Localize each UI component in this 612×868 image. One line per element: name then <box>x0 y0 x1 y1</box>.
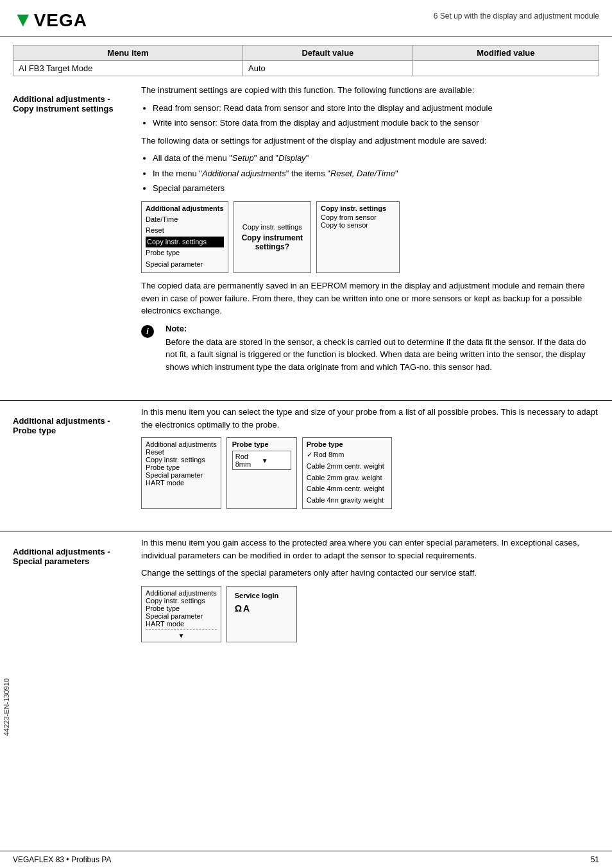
section3-left: Additional adjustments - Special paramet… <box>13 537 138 659</box>
note-icon: i <box>141 324 159 347</box>
modified-value-cell <box>412 61 599 76</box>
menu-item-special: Special parameter <box>146 471 217 479</box>
menu-item-adjuster: Additional adjustments <box>146 589 217 597</box>
list-item: Special parameters <box>153 182 599 195</box>
list-item: All data of the menu "Setup" and "Displa… <box>153 152 599 165</box>
page-header: ▼VEGA 6 Set up with the display and adju… <box>0 0 612 37</box>
menu-item-special: Special parameter <box>146 259 224 271</box>
section2-title: Additional adjustments - Probe type <box>13 416 132 435</box>
service-login-title: Service login <box>235 592 289 599</box>
note-content: Note: Before the data are stored in the … <box>166 324 599 379</box>
menu-item-copy: Copy instr. settings <box>146 237 224 248</box>
dropdown-arrow-icon: ▼ <box>262 457 288 464</box>
mockup-menu-left: Additional adjustments Date/Time Reset C… <box>141 201 228 274</box>
section2-left: Additional adjustments - Probe type <box>13 406 138 526</box>
chapter-title: 6 Set up with the display and adjustment… <box>434 8 599 21</box>
note-title: Note: <box>166 324 599 333</box>
table-row: AI FB3 Target Mode Auto <box>13 61 599 76</box>
note-text: Before the data are stored in the sensor… <box>166 336 599 374</box>
col-default-value: Default value <box>242 46 412 61</box>
probe-dropdown: Rod 8mm ▼ <box>232 451 291 470</box>
menu-table: Menu item Default value Modified value A… <box>13 45 599 76</box>
page-number: 51 <box>591 855 599 864</box>
menu-item-hart: HART mode <box>146 620 217 628</box>
section3-para1: In this menu item you gain access to the… <box>141 537 599 562</box>
section1-title: Additional adjustments - Copy instrument… <box>13 94 132 113</box>
menu-item-probe: Probe type <box>146 463 217 471</box>
menu-item-cell: AI FB3 Target Mode <box>13 61 243 76</box>
section1-intro: The instrument settings are copied with … <box>141 84 599 97</box>
section1-left: Additional adjustments - Copy instrument… <box>13 84 138 395</box>
menu-item-probe: Probe type <box>146 605 217 612</box>
copy-settings-mockup: Additional adjustments Date/Time Reset C… <box>141 201 599 274</box>
info-icon: i <box>141 325 154 338</box>
mockup-right: Copy instr. settings Copy from sensor Co… <box>316 201 400 274</box>
menu-item-datetime: Date/Time <box>146 214 224 226</box>
list-item: Read from sensor: Read data from sensor … <box>153 102 599 115</box>
logo: ▼VEGA <box>13 8 87 31</box>
menu-item-reset: Reset <box>146 225 224 237</box>
section1-para3: The copied data are permanently saved in… <box>141 280 599 317</box>
menu-arrow: ▼ <box>146 632 217 639</box>
menu-item-hart: HART mode <box>146 479 217 487</box>
menu-item-probe: Probe type <box>146 247 224 259</box>
probe-option-cable2c: Cable 2mm centr. weight <box>307 461 387 472</box>
section3-para2: Change the settings of the special param… <box>141 567 599 580</box>
mockup-right-title: Copy instr. settings <box>321 204 395 212</box>
mockup-center: Copy instr. settings Copy instrument set… <box>234 201 311 274</box>
probe-type-label: Probe type <box>232 440 291 448</box>
section1-para2: The following data or settings for adjus… <box>141 135 599 147</box>
section-copy-settings: Additional adjustments - Copy instrument… <box>0 84 612 395</box>
probe-right-title: Probe type <box>307 440 387 448</box>
probe-menu-left: Additional adjustments Reset Copy instr.… <box>141 437 221 509</box>
probe-right-panel: Probe type Rod 8mm Cable 2mm centr. weig… <box>302 437 392 509</box>
probe-center-panel: Probe type Rod 8mm ▼ <box>226 437 297 509</box>
menu-item-copy: Copy instr. settings <box>146 456 217 463</box>
service-login-input: ΩΑ <box>235 603 289 613</box>
section1-right: The instrument settings are copied with … <box>138 84 599 385</box>
section3-title: Additional adjustments - Special paramet… <box>13 547 132 566</box>
menu-item-to-sensor: Copy to sensor <box>321 221 395 229</box>
footer-product-name: VEGAFLEX 83 • Profibus PA <box>13 855 111 864</box>
section1-bullets: Read from sensor: Read data from sensor … <box>153 102 599 129</box>
note-box: i Note: Before the data are stored in th… <box>141 324 599 379</box>
menu-item-copy: Copy instr. settings <box>146 597 217 605</box>
menu-item-reset: Reset <box>146 448 217 456</box>
probe-option-cable4c: Cable 4mm centr. weight <box>307 483 387 495</box>
section2-right: In this menu item you can select the typ… <box>138 406 599 515</box>
mockup-title: Additional adjustments <box>146 204 224 212</box>
col-menu-item: Menu item <box>13 46 243 61</box>
probe-option-cable2g: Cable 2mm grav. weight <box>307 472 387 484</box>
page-footer: VEGAFLEX 83 • Profibus PA 51 <box>0 851 612 868</box>
probe-mockup: Additional adjustments Reset Copy instr.… <box>141 437 599 509</box>
sidebar-document-number: 44223-EN-130910 <box>3 678 10 736</box>
mockup-center-subtitle: Copy instr. settings <box>242 223 302 231</box>
default-value-cell: Auto <box>242 61 412 76</box>
service-login-mockup: Additional adjustments Copy instr. setti… <box>141 586 599 642</box>
service-center-panel: Service login ΩΑ <box>226 586 297 642</box>
section2-intro: In this menu item you can select the typ… <box>141 406 599 431</box>
menu-item-special: Special parameter <box>146 612 217 620</box>
section-special-params: Additional adjustments - Special paramet… <box>0 537 612 659</box>
section3-right: In this menu item you gain access to the… <box>138 537 599 649</box>
list-item: In the menu "Additional adjustments" the… <box>153 167 599 180</box>
mockup-center-title: Copy instrument settings? <box>242 233 303 251</box>
section1-bullets2: All data of the menu "Setup" and "Displa… <box>153 152 599 195</box>
list-item: Write into sensor: Store data from the d… <box>153 117 599 129</box>
probe-option-rod8: Rod 8mm <box>307 449 387 461</box>
probe-option-cable4g: Cable 4nn gravity weight <box>307 495 387 506</box>
menu-item-adjuster: Additional adjustments <box>146 440 217 448</box>
col-modified-value: Modified value <box>412 46 599 61</box>
probe-value: Rod 8mm <box>235 453 262 468</box>
menu-item-from-sensor: Copy from sensor <box>321 213 395 221</box>
service-menu-left: Additional adjustments Copy instr. setti… <box>141 586 221 642</box>
section-probe-type: Additional adjustments - Probe type In t… <box>0 406 612 526</box>
